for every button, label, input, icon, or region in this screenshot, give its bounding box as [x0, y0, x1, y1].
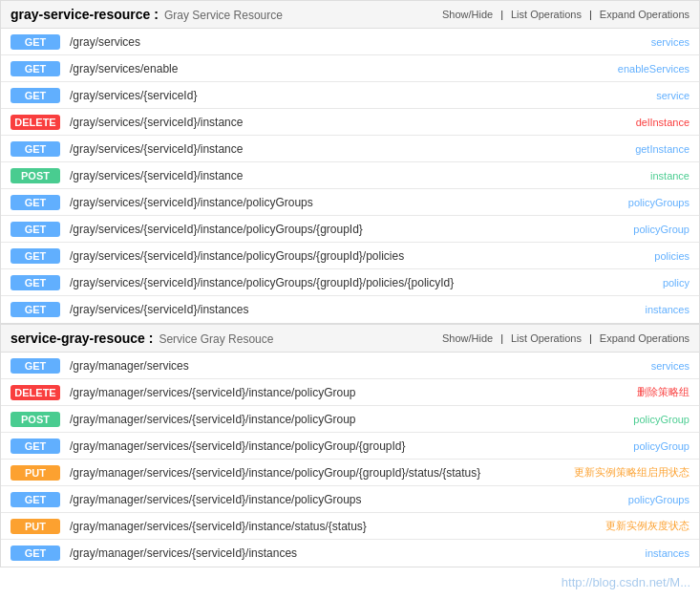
method-badge-get: GET	[11, 275, 60, 290]
api-path: /gray/manager/services	[70, 359, 613, 373]
api-row[interactable]: DELETE/gray/services/{serviceId}/instanc…	[1, 109, 699, 136]
api-path: /gray/services/{serviceId}/instance	[70, 169, 613, 182]
api-tag: policyGroup	[613, 440, 689, 452]
method-badge-get: GET	[11, 195, 60, 210]
api-tag: 更新实例策略组启用状态	[574, 465, 689, 480]
api-path: /gray/manager/services/{serviceId}/insta…	[70, 546, 613, 560]
api-row[interactable]: GET/gray/manager/services/{serviceId}/in…	[1, 540, 699, 567]
section-name: service-gray-resouce :	[11, 331, 153, 346]
api-path: /gray/services/{serviceId}/instance	[70, 116, 613, 129]
api-row[interactable]: POST/gray/manager/services/{serviceId}/i…	[1, 406, 699, 433]
api-row[interactable]: GET/gray/manager/servicesservices	[1, 353, 699, 379]
api-row[interactable]: GET/gray/services/{serviceId}/instance/p…	[1, 243, 699, 269]
api-path: /gray/services/{serviceId}/instance/poli…	[70, 196, 613, 209]
api-tag: policy	[613, 277, 689, 289]
api-tag: enableServices	[613, 63, 689, 75]
api-path: /gray/services/{serviceId}/instances	[70, 303, 613, 316]
api-row[interactable]: GET/gray/services/{serviceId}/instancege…	[1, 136, 699, 162]
section-title-block: gray-service-resource :Gray Service Reso…	[11, 7, 283, 22]
divider: |	[589, 332, 592, 344]
show-hide-link[interactable]: Show/Hide	[442, 9, 493, 20]
list-operations-link[interactable]: List Operations	[511, 9, 582, 20]
api-path: /gray/services/{serviceId}/instance	[70, 142, 613, 156]
api-path: /gray/manager/services/{serviceId}/insta…	[70, 439, 613, 453]
api-row[interactable]: POST/gray/services/{serviceId}/instancei…	[1, 162, 699, 189]
method-badge-get: GET	[11, 61, 60, 76]
api-row[interactable]: GET/gray/services/{serviceId}service	[1, 82, 699, 109]
method-badge-get: GET	[11, 88, 60, 103]
api-tag: policyGroup	[613, 414, 689, 425]
method-badge-get: GET	[11, 34, 60, 50]
method-badge-post: POST	[11, 168, 60, 183]
expand-operations-link[interactable]: Expand Operations	[600, 9, 689, 20]
api-path: /gray/services/enable	[70, 62, 613, 75]
method-badge-get: GET	[11, 248, 60, 264]
method-badge-put: PUT	[11, 519, 60, 534]
list-operations-link[interactable]: List Operations	[511, 332, 582, 344]
api-row[interactable]: GET/gray/servicesservices	[1, 29, 699, 55]
api-path: /gray/services	[70, 35, 613, 49]
api-path: /gray/manager/services/{serviceId}/insta…	[70, 520, 605, 533]
divider: |	[500, 332, 503, 344]
method-badge-put: PUT	[11, 465, 60, 481]
method-badge-get: GET	[11, 358, 60, 374]
api-path: /gray/services/{serviceId}/instance/poli…	[70, 249, 613, 263]
method-badge-post: POST	[11, 412, 60, 427]
api-path: /gray/services/{serviceId}/instance/poli…	[70, 223, 613, 236]
api-tag: policyGroups	[613, 494, 689, 505]
section-actions: Show/Hide|List Operations|Expand Operati…	[442, 9, 689, 20]
api-tag: services	[613, 360, 689, 372]
section-desc: Gray Service Resource	[164, 9, 283, 22]
api-tag: policyGroups	[613, 197, 689, 208]
section-name: gray-service-resource :	[11, 7, 159, 22]
expand-operations-link[interactable]: Expand Operations	[600, 332, 689, 344]
api-tag: instances	[613, 547, 689, 559]
api-tag: policyGroup	[613, 224, 689, 235]
show-hide-link[interactable]: Show/Hide	[442, 332, 493, 344]
api-path: /gray/manager/services/{serviceId}/insta…	[70, 493, 613, 506]
method-badge-get: GET	[11, 439, 60, 454]
divider: |	[500, 9, 503, 20]
method-badge-get: GET	[11, 492, 60, 507]
api-path: /gray/manager/services/{serviceId}/insta…	[70, 466, 574, 480]
api-row[interactable]: DELETE/gray/manager/services/{serviceId}…	[1, 379, 699, 406]
api-tag: services	[613, 36, 689, 48]
method-badge-get: GET	[11, 141, 60, 157]
method-badge-get: GET	[11, 302, 60, 317]
api-tag: instance	[613, 170, 689, 182]
api-path: /gray/services/{serviceId}	[70, 89, 613, 102]
divider: |	[589, 9, 592, 20]
api-tag: delInstance	[613, 117, 689, 128]
api-row[interactable]: PUT/gray/manager/services/{serviceId}/in…	[1, 513, 699, 540]
api-path: /gray/manager/services/{serviceId}/insta…	[70, 386, 613, 399]
api-row[interactable]: GET/gray/services/enableenableServices	[1, 55, 699, 82]
method-badge-delete: DELETE	[11, 385, 60, 400]
api-row[interactable]: GET/gray/services/{serviceId}/instance/p…	[1, 269, 699, 296]
api-tag: 删除策略组	[613, 385, 689, 399]
api-row[interactable]: PUT/gray/manager/services/{serviceId}/in…	[1, 460, 699, 486]
section-title-block: service-gray-resouce :Service Gray Resou…	[11, 331, 273, 346]
api-tag: 更新实例灰度状态	[605, 519, 689, 533]
api-section-service-gray-resouce: service-gray-resouce :Service Gray Resou…	[0, 324, 700, 567]
method-badge-delete: DELETE	[11, 115, 60, 130]
section-header: gray-service-resource :Gray Service Reso…	[1, 1, 699, 29]
api-tag: policies	[613, 250, 689, 262]
api-row[interactable]: GET/gray/manager/services/{serviceId}/in…	[1, 433, 699, 460]
section-header: service-gray-resouce :Service Gray Resou…	[1, 325, 699, 353]
api-path: /gray/services/{serviceId}/instance/poli…	[70, 276, 613, 289]
api-row[interactable]: GET/gray/services/{serviceId}/instance/p…	[1, 189, 699, 216]
section-desc: Service Gray Resouce	[159, 332, 273, 346]
api-row[interactable]: GET/gray/manager/services/{serviceId}/in…	[1, 486, 699, 513]
api-row[interactable]: GET/gray/services/{serviceId}/instancesi…	[1, 296, 699, 323]
section-actions: Show/Hide|List Operations|Expand Operati…	[442, 332, 689, 344]
api-section-gray-service-resource: gray-service-resource :Gray Service Reso…	[0, 0, 700, 324]
api-tag: getInstance	[613, 143, 689, 155]
method-badge-get: GET	[11, 222, 60, 237]
api-row[interactable]: GET/gray/services/{serviceId}/instance/p…	[1, 216, 699, 243]
api-tag: service	[613, 90, 689, 101]
api-tag: instances	[613, 304, 689, 315]
method-badge-get: GET	[11, 546, 60, 561]
api-path: /gray/manager/services/{serviceId}/insta…	[70, 413, 613, 426]
